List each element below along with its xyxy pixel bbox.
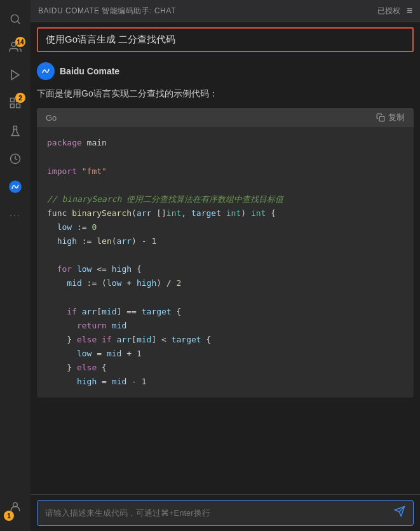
svg-rect-13 [379, 117, 384, 122]
sidebar-item-comate[interactable] [3, 174, 28, 199]
input-area [30, 494, 420, 531]
svg-point-0 [11, 15, 18, 22]
prompt-text: 使用Go语言生成 二分查找代码 [46, 34, 175, 44]
main-panel: BAIDU COMATE 智能编码助手: CHAT 已授权 ≡ 使用Go语言生成… [30, 0, 420, 531]
header-title: BAIDU COMATE 智能编码助手: CHAT [38, 6, 176, 17]
bot-message: Baidu Comate 下面是使用Go语言实现二分查找的示例代码： Go 复制… [37, 57, 414, 398]
layout-badge: 2 [15, 93, 25, 103]
sidebar-item-search[interactable] [3, 6, 28, 32]
bot-name: Baidu Comate [60, 66, 119, 76]
send-icon[interactable] [394, 506, 405, 520]
auth-status: 已授权 [377, 6, 400, 17]
sidebar-item-user[interactable]: 1 [3, 494, 28, 520]
bot-avatar [37, 62, 55, 80]
svg-rect-6 [11, 104, 15, 108]
svg-rect-4 [11, 98, 15, 102]
chat-input[interactable] [45, 508, 389, 518]
code-lang: Go [46, 113, 57, 123]
sidebar-item-flask[interactable] [3, 118, 28, 144]
header-right: 已授权 ≡ [377, 5, 412, 17]
input-wrapper [37, 500, 414, 526]
prompt-box: 使用Go语言生成 二分查找代码 [37, 27, 414, 52]
sidebar-item-layout[interactable]: 2 [3, 90, 28, 116]
sidebar-item-clock[interactable] [3, 146, 28, 171]
code-block: Go 复制 package main import "fmt" // binar… [37, 108, 414, 398]
code-header: Go 复制 [37, 108, 414, 127]
user-badge: 1 [4, 511, 14, 521]
svg-rect-7 [17, 104, 20, 108]
menu-icon[interactable]: ≡ [407, 5, 412, 17]
svg-line-1 [18, 22, 20, 24]
copy-label: 复制 [388, 112, 405, 123]
message-intro: 下面是使用Go语言实现二分查找的示例代码： [37, 86, 414, 104]
copy-button[interactable]: 复制 [376, 112, 405, 123]
bot-message-header: Baidu Comate [37, 57, 414, 83]
chat-area[interactable]: Baidu Comate 下面是使用Go语言实现二分查找的示例代码： Go 复制… [30, 57, 420, 494]
usergroup-badge: 14 [15, 37, 25, 47]
sidebar: 14 2 ··· 1 [0, 0, 30, 531]
svg-marker-3 [11, 71, 19, 80]
header: BAIDU COMATE 智能编码助手: CHAT 已授权 ≡ [30, 0, 420, 22]
code-content: package main import "fmt" // binarySearc… [37, 127, 414, 398]
sidebar-item-usergroup[interactable]: 14 [3, 34, 28, 60]
sidebar-item-run[interactable] [3, 62, 28, 88]
sidebar-item-more[interactable]: ··· [3, 202, 28, 227]
